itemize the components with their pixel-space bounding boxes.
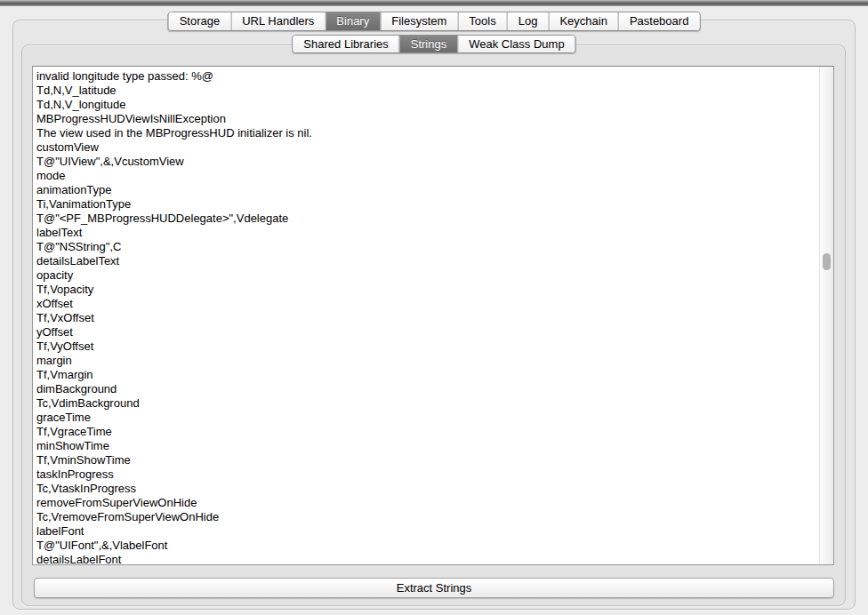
string-line: margin (36, 354, 818, 368)
string-line: xOffset (36, 297, 818, 311)
string-line: labelText (36, 226, 818, 240)
string-line: yOffset (36, 325, 818, 339)
string-line: Tc,VremoveFromSuperViewOnHide (36, 510, 818, 524)
string-line: Ti,VanimationType (36, 197, 818, 212)
string-line: Tf,Vopacity (36, 283, 818, 297)
string-line: MBProgressHUDViewIsNillException (36, 112, 818, 126)
string-line: removeFromSuperViewOnHide (36, 496, 818, 510)
string-line: Tf,Vmargin (36, 368, 818, 382)
tab-url-handlers[interactable]: URL Handlers (230, 12, 325, 30)
string-line: T@"NSString",C (36, 240, 818, 254)
strings-line-list: invalid longitude type passed: %@Td,N,V_… (33, 67, 818, 564)
string-line: T@"UIFont",&,VlabelFont (36, 539, 818, 553)
tab-filesystem[interactable]: Filesystem (380, 12, 457, 30)
string-line: detailsLabelText (36, 254, 818, 268)
string-line: animationType (36, 183, 818, 197)
string-line: Tc,VdimBackground (36, 396, 818, 411)
string-line: customView (36, 140, 818, 155)
tab-log[interactable]: Log (507, 12, 549, 30)
string-line: dimBackground (36, 382, 818, 396)
string-line: opacity (36, 268, 818, 283)
string-line: Td,N,V_longitude (36, 98, 818, 112)
app-window: Storage URL Handlers Binary Filesystem T… (0, 0, 868, 615)
string-line: Tf,VgraceTime (36, 425, 818, 439)
tab-shared-libraries[interactable]: Shared Libraries (293, 36, 398, 52)
string-line: labelFont (36, 524, 818, 539)
string-line: minShowTime (36, 439, 818, 453)
vertical-scrollbar[interactable] (819, 67, 833, 564)
string-line: Tf,VyOffset (36, 339, 818, 354)
string-line: Tf,VxOffset (36, 311, 818, 325)
tab-keychain[interactable]: Keychain (548, 12, 617, 30)
string-line: The view used in the MBProgressHUD initi… (36, 126, 818, 140)
string-line: Td,N,V_latitude (36, 84, 818, 98)
tab-binary[interactable]: Binary (325, 12, 380, 30)
extract-strings-button[interactable]: Extract Strings (34, 578, 834, 598)
strings-output-view[interactable]: invalid longitude type passed: %@Td,N,V_… (32, 66, 834, 565)
tab-strings[interactable]: Strings (399, 36, 457, 52)
tab-tools[interactable]: Tools (457, 12, 506, 30)
string-line: Tc,VtaskInProgress (36, 482, 818, 496)
string-line: mode (36, 169, 818, 183)
string-line: T@"UIView",&,VcustomView (36, 155, 818, 169)
tab-storage[interactable]: Storage (169, 12, 231, 30)
string-line: detailsLabelFont (36, 553, 818, 564)
window-toolbar-strip (0, 0, 868, 6)
tab-weak-class-dump[interactable]: Weak Class Dump (457, 36, 575, 52)
scrollbar-thumb[interactable] (823, 253, 831, 270)
string-line: invalid longitude type passed: %@ (36, 69, 818, 84)
tab-pasteboard[interactable]: Pasteboard (618, 12, 700, 30)
string-line: graceTime (36, 411, 818, 425)
binary-sub-tab-bar: Shared Libraries Strings Weak Class Dump (292, 35, 575, 53)
string-line: Tf,VminShowTime (36, 453, 818, 467)
string-line: taskInProgress (36, 467, 818, 482)
string-line: T@"<PF_MBProgressHUDDelegate>",Vdelegate (36, 212, 818, 226)
main-tab-bar: Storage URL Handlers Binary Filesystem T… (168, 12, 701, 31)
